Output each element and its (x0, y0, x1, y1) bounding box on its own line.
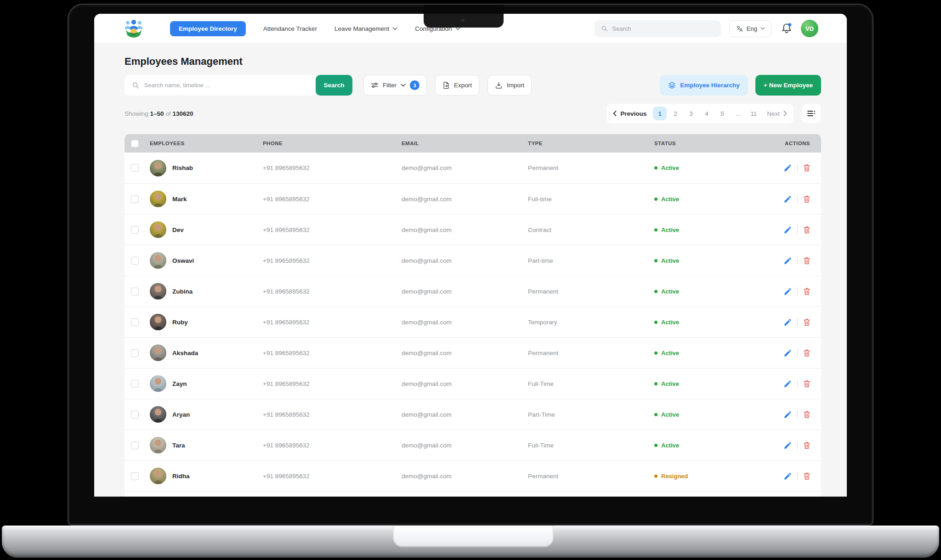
employee-type: Temporary (528, 319, 654, 326)
employee-name: Zayn (172, 380, 187, 387)
showing-summary: Showing 1–50 of 130620 (125, 110, 193, 117)
table-row: Rishab +91 8965895632 demo@gmail.com Per… (125, 153, 821, 183)
table-row: Mark +91 8965895632 demo@gmail.com Full-… (125, 183, 821, 214)
edit-pencil-icon (783, 226, 792, 234)
filter-label: Filter (383, 82, 397, 89)
edit-button[interactable] (783, 349, 792, 357)
pagination: Previous 12345...11 Next (607, 104, 794, 123)
row-checkbox[interactable] (131, 288, 139, 295)
pagination-pages: 12345...11 (653, 107, 760, 120)
edit-pencil-icon (783, 410, 792, 419)
row-checkbox[interactable] (131, 441, 139, 449)
summary-row: Showing 1–50 of 130620 Previous 12345...… (125, 104, 821, 123)
menu-leave-management[interactable]: Leave Management (334, 25, 397, 32)
employee-phone: +91 8965895632 (263, 473, 402, 480)
delete-button[interactable] (803, 256, 811, 265)
status-dot (654, 475, 658, 478)
employee-hierarchy-button[interactable]: Employee Hierarchy (660, 75, 748, 96)
global-search[interactable] (595, 20, 721, 37)
employee-avatar (150, 252, 166, 269)
delete-button[interactable] (803, 287, 811, 296)
pagination-page-1[interactable]: 1 (653, 107, 667, 120)
list-view-button[interactable] (802, 104, 821, 123)
pagination-page-11[interactable]: 11 (747, 107, 760, 120)
employee-avatar (150, 314, 166, 330)
language-selector[interactable]: Eng (729, 20, 771, 37)
edit-button[interactable] (783, 226, 792, 234)
employee-phone: +91 8965895632 (263, 442, 402, 449)
edit-pencil-icon (783, 472, 792, 481)
delete-button[interactable] (803, 164, 811, 172)
header-phone: PHONE (263, 141, 402, 146)
pagination-page-2[interactable]: 2 (669, 107, 682, 120)
delete-button[interactable] (803, 318, 811, 327)
page-content: Employees Management Search (94, 44, 847, 497)
row-checkbox[interactable] (131, 226, 139, 234)
search-button[interactable]: Search (316, 75, 352, 96)
employee-search-box[interactable] (125, 75, 316, 96)
search-icon (132, 81, 139, 89)
pagination-next[interactable]: Next (767, 110, 787, 117)
showing-total: 130620 (172, 110, 193, 117)
pagination-page-4[interactable]: 4 (700, 107, 714, 120)
menu-attendance-tracker[interactable]: Attendance Tracker (263, 25, 317, 32)
export-button[interactable]: Export (435, 75, 479, 96)
table-row: Aryan +91 8965895632 demo@gmail.com Part… (125, 399, 821, 430)
delete-button[interactable] (803, 472, 811, 481)
layers-icon (668, 81, 676, 89)
employee-type: Contract (528, 226, 654, 233)
user-avatar[interactable]: VD (801, 20, 818, 37)
delete-button[interactable] (803, 195, 811, 204)
employee-name: Akshada (172, 350, 198, 356)
import-label: Import (507, 82, 524, 89)
edit-button[interactable] (783, 472, 792, 481)
row-checkbox[interactable] (131, 318, 139, 326)
row-checkbox[interactable] (131, 472, 139, 480)
row-checkbox[interactable] (131, 411, 139, 419)
filter-button[interactable]: Filter 3 (363, 75, 427, 96)
status-badge: Active (661, 380, 679, 387)
edit-button[interactable] (783, 441, 792, 450)
edit-button[interactable] (783, 379, 792, 388)
new-employee-button[interactable]: + New Employee (755, 75, 821, 96)
employee-avatar (150, 375, 166, 392)
delete-button[interactable] (803, 226, 811, 234)
edit-button[interactable] (783, 410, 792, 419)
edit-pencil-icon (783, 195, 792, 204)
employee-avatar (150, 437, 166, 453)
table-row: Zayn +91 8965895632 demo@gmail.com Full-… (125, 368, 821, 399)
edit-pencil-icon (783, 164, 792, 172)
delete-button[interactable] (803, 349, 811, 357)
edit-button[interactable] (783, 195, 792, 204)
employee-email: demo@gmail.com (402, 442, 528, 449)
notifications-button[interactable] (781, 23, 793, 34)
row-checkbox[interactable] (131, 380, 139, 388)
select-all-checkbox[interactable] (131, 140, 139, 147)
employee-email: demo@gmail.com (402, 196, 528, 203)
edit-button[interactable] (783, 287, 792, 296)
menu-employee-directory[interactable]: Employee Directory (170, 21, 246, 36)
pagination-page-5[interactable]: 5 (715, 107, 729, 120)
delete-button[interactable] (803, 410, 811, 419)
employee-name: Ruby (172, 319, 188, 326)
delete-button[interactable] (803, 441, 811, 450)
row-checkbox[interactable] (131, 164, 139, 172)
edit-button[interactable] (783, 318, 792, 327)
status-badge: Resigned (661, 473, 688, 480)
row-checkbox[interactable] (131, 349, 139, 357)
edit-button[interactable] (783, 164, 792, 172)
row-checkbox[interactable] (131, 195, 139, 203)
row-checkbox[interactable] (131, 257, 139, 265)
pagination-page-3[interactable]: 3 (684, 107, 698, 120)
employee-search-input[interactable] (144, 82, 308, 89)
delete-button[interactable] (803, 379, 811, 388)
employees-table: EMPLOYEES PHONE EMAIL TYPE STATUS ACTION… (125, 134, 821, 497)
actions-divider (797, 164, 798, 172)
actions-divider (797, 318, 798, 326)
pagination-previous[interactable]: Previous (613, 110, 646, 117)
global-search-input[interactable] (612, 25, 714, 32)
pagination-next-label: Next (767, 110, 780, 117)
edit-button[interactable] (783, 256, 792, 265)
table-row: Oswavi +91 8965895632 demo@gmail.com Par… (125, 245, 821, 276)
import-button[interactable]: Import (488, 75, 532, 96)
